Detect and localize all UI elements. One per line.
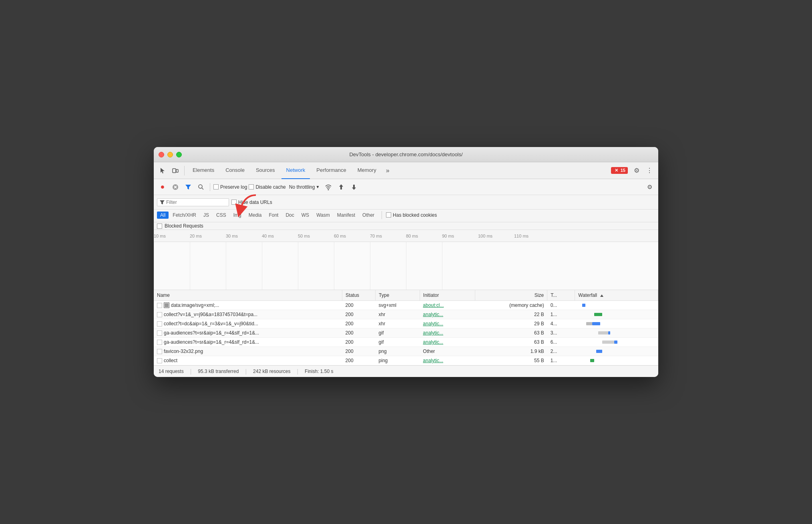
hide-data-urls-checkbox[interactable]: Hide data URLs: [231, 200, 272, 205]
filter-btn-fetch-xhr[interactable]: Fetch/XHR: [169, 212, 199, 219]
row-waterfall: [575, 301, 658, 310]
title-bar: DevTools - developer.chrome.com/docs/dev…: [154, 147, 658, 162]
table-row[interactable]: collect?v=1&_v=j90&a=1837457034&t=pa... …: [154, 310, 658, 319]
row-time: 4...: [547, 319, 575, 329]
table-row[interactable]: collect?t=dc&aip=1&_r=3&v=1&_v=j90&tid..…: [154, 319, 658, 329]
row-checkbox[interactable]: [157, 331, 162, 336]
row-waterfall: [575, 319, 658, 329]
row-status: 200: [342, 338, 376, 347]
tick-60ms: 60 ms: [334, 234, 346, 238]
blocked-requests-checkbox[interactable]: [157, 224, 162, 229]
filter-input-wrapper: [157, 198, 229, 206]
tick-30ms: 30 ms: [226, 234, 238, 238]
col-header-time[interactable]: T...: [547, 290, 575, 301]
more-options-icon[interactable]: ⋮: [644, 165, 655, 176]
throttle-dropdown[interactable]: No throttling ▼: [287, 183, 322, 191]
filter-input[interactable]: [166, 200, 226, 205]
waterfall-bar-2: [592, 322, 600, 325]
table-row[interactable]: collect 200 ping analytic... 55 B 1...: [154, 356, 658, 365]
settings-icon[interactable]: ⚙: [631, 165, 642, 176]
waterfall-bar: [596, 350, 602, 353]
row-initiator: Other: [420, 347, 475, 356]
filter-btn-doc[interactable]: Doc: [282, 212, 297, 219]
col-header-status[interactable]: Status: [342, 290, 376, 301]
col-header-waterfall[interactable]: Waterfall: [575, 290, 658, 301]
close-button[interactable]: [159, 152, 164, 157]
network-settings-icon[interactable]: ⚙: [644, 181, 655, 193]
tab-elements[interactable]: Elements: [188, 162, 219, 179]
filter-btn-img[interactable]: Img: [230, 212, 245, 219]
svg-point-7: [199, 185, 202, 188]
filter-type-bar: All Fetch/XHR JS CSS Img Media Font Doc …: [154, 210, 658, 222]
grid-line-3: [226, 242, 226, 290]
tab-console[interactable]: Console: [221, 162, 249, 179]
filter-funnel-icon: [160, 200, 165, 205]
table-row[interactable]: ga-audiences?t=sr&aip=1&_r=4&slf_rd=1&..…: [154, 338, 658, 347]
tab-network[interactable]: Network: [281, 162, 310, 179]
row-checkbox[interactable]: [157, 312, 162, 317]
row-time: 3...: [547, 329, 575, 338]
table-header-row: Name Status Type Initiator Size: [154, 290, 658, 301]
maximize-button[interactable]: [176, 152, 182, 157]
col-header-name[interactable]: Name: [154, 290, 342, 301]
row-type: ping: [376, 356, 420, 365]
row-initiator: analytic...: [420, 356, 475, 365]
row-status: 200: [342, 319, 376, 329]
waterfall-bar: [594, 313, 602, 316]
tick-90ms: 90 ms: [442, 234, 454, 238]
download-icon[interactable]: [348, 181, 360, 193]
more-tabs-button[interactable]: »: [383, 167, 393, 174]
filter-button[interactable]: [183, 181, 194, 193]
filter-btn-other[interactable]: Other: [359, 212, 378, 219]
row-waterfall: [575, 347, 658, 356]
waterfall-bar-2: [614, 341, 617, 344]
filter-btn-wasm[interactable]: Wasm: [313, 212, 333, 219]
tab-memory[interactable]: Memory: [353, 162, 381, 179]
row-checkbox[interactable]: [157, 321, 162, 326]
row-name: collect?t=dc&aip=1&_r=3&v=1&_v=j90&tid..…: [154, 319, 342, 329]
footer-finish: Finish: 1.50 s: [305, 369, 333, 374]
tab-sources[interactable]: Sources: [251, 162, 280, 179]
search-button[interactable]: [195, 181, 207, 193]
preserve-log-checkbox[interactable]: Preserve log: [213, 184, 247, 190]
row-checkbox[interactable]: [157, 349, 162, 354]
table-row[interactable]: data:image/svg+xml;... 200 svg+xml about…: [154, 301, 658, 310]
clear-button[interactable]: [170, 181, 181, 193]
filter-btn-font[interactable]: Font: [265, 212, 281, 219]
record-button[interactable]: ●: [157, 181, 168, 193]
table-row[interactable]: ga-audiences?t=sr&aip=1&_r=4&slf_rd=1&..…: [154, 329, 658, 338]
minimize-button[interactable]: [167, 152, 173, 157]
row-status: 200: [342, 347, 376, 356]
row-size: (memory cache): [475, 301, 547, 310]
filter-btn-all[interactable]: All: [157, 212, 169, 219]
disable-cache-checkbox[interactable]: Disable cache: [249, 184, 285, 190]
col-header-type[interactable]: Type: [376, 290, 420, 301]
col-header-size[interactable]: Size: [475, 290, 547, 301]
row-type: svg+xml: [376, 301, 420, 310]
col-header-initiator[interactable]: Initiator: [420, 290, 475, 301]
row-checkbox[interactable]: [157, 303, 162, 308]
cursor-icon[interactable]: [157, 165, 168, 176]
upload-icon[interactable]: [336, 181, 347, 193]
filter-btn-js[interactable]: JS: [200, 212, 212, 219]
has-blocked-cookies-checkbox[interactable]: Has blocked cookies: [386, 212, 437, 218]
filter-icon: [185, 184, 191, 190]
wifi-icon[interactable]: [323, 181, 334, 193]
search-icon: [198, 184, 204, 190]
timeline-area: [154, 242, 658, 290]
filter-btn-manifest[interactable]: Manifest: [334, 212, 358, 219]
device-toggle-icon[interactable]: [170, 165, 181, 176]
timeline-header: 10 ms 20 ms 30 ms 40 ms 50 ms 60 ms 70 m…: [154, 230, 658, 242]
filter-btn-media[interactable]: Media: [245, 212, 265, 219]
row-status: 200: [342, 329, 376, 338]
table-row[interactable]: favicon-32x32.png 200 png Other 1.9 kB 2…: [154, 347, 658, 356]
row-initiator: analytic...: [420, 319, 475, 329]
filter-btn-css[interactable]: CSS: [213, 212, 229, 219]
device-svg: [172, 167, 179, 174]
grid-line-5: [298, 242, 298, 290]
row-waterfall: [575, 310, 658, 319]
tab-performance[interactable]: Performance: [312, 162, 351, 179]
row-checkbox[interactable]: [157, 340, 162, 345]
row-checkbox[interactable]: [157, 358, 162, 363]
filter-btn-ws[interactable]: WS: [298, 212, 312, 219]
